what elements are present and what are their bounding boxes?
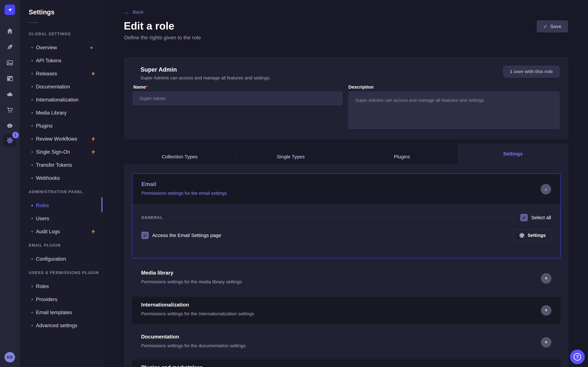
name-field-label: Name* [133,84,147,90]
bullet [31,177,33,179]
subnav-item-webhooks[interactable]: Webhooks [20,172,103,185]
subnav-item-api-tokens[interactable]: API Tokens [20,54,103,67]
notification-badge: 1 [12,132,19,138]
tab-collection-types[interactable]: Collection Types [124,149,235,164]
subnav-item-documentation[interactable]: Documentation [20,80,103,93]
lightning-icon [90,149,96,155]
expand-chevron-button[interactable]: ▼ [541,337,551,348]
back-label: Back [133,9,144,15]
subnav-item-overview[interactable]: Overview [20,41,103,54]
permission-checkbox[interactable]: ✓ [141,232,149,239]
content-type-builder-icon[interactable] [5,74,14,83]
accordion-plugins-and-marketplace[interactable]: Plugins and marketplace ▼ [132,359,561,367]
description-textarea[interactable] [348,92,559,129]
bullet [31,47,33,49]
tab-settings[interactable]: Settings [458,143,569,164]
main-content: ← Back Edit a role Define the rights giv… [103,0,588,367]
general-group-label: GENERAL [141,215,163,220]
lightning-icon [90,136,96,142]
role-title: Super Admin [140,66,177,73]
name-input[interactable] [133,92,342,105]
subnav-item-review-workflows[interactable]: Review Workflows [20,133,103,145]
section-header-global-settings: GLOBAL SETTINGS [20,27,103,41]
rail-divider-bottom [0,348,19,348]
permission-settings-button[interactable]: Settings [513,230,551,241]
accordion-email: Email Permissions settings for the email… [132,173,561,258]
subnav-item-releases[interactable]: Releases [20,67,103,80]
notification-dot [90,47,93,49]
strapi-logo[interactable] [5,5,15,15]
subnav-item-up-roles[interactable]: Roles [20,280,103,293]
subnav-item-internationalization[interactable]: Internationalization [20,93,103,106]
bullet [31,151,33,153]
bullet [31,325,33,326]
accordion-media-library[interactable]: Media library Permissions settings for t… [132,265,561,292]
back-arrow-icon: ← [124,9,130,15]
accordion-internationalization[interactable]: Internationalization Permissions setting… [132,297,561,324]
back-link[interactable]: ← Back [124,9,144,15]
bullet [31,205,33,206]
bullet [31,112,33,114]
select-all-label: Select all [531,215,551,220]
subnav-item-transfer-tokens[interactable]: Transfer Tokens [20,158,103,172]
users-with-role-button[interactable]: 1 user with this role [503,66,559,77]
settings-gear-icon[interactable]: 1 [3,134,17,147]
bullet [31,60,33,61]
bullet [31,312,33,313]
subnav-item-providers[interactable]: Providers [20,293,103,306]
subnav-item-admin-users[interactable]: Users [20,212,103,225]
rail-divider [0,21,19,21]
expand-chevron-button[interactable]: ▼ [541,273,551,284]
bullet [31,231,33,233]
media-library-icon[interactable] [5,58,14,67]
select-all-checkbox[interactable]: ✓ [520,214,527,221]
bullet [31,125,33,127]
home-icon[interactable] [5,26,14,35]
info-icon[interactable]: i [5,121,14,130]
subnav-item-audit-logs[interactable]: Audit Logs [20,225,103,238]
subnav-rule [29,22,38,23]
marketplace-cart-icon[interactable] [5,105,14,115]
accordion-documentation[interactable]: Documentation Permissions settings for t… [132,329,561,356]
bullet [31,258,33,260]
accordion-email-subtitle: Permissions settings for the email setti… [141,191,227,196]
general-group-row: GENERAL ✓ Select all [132,214,560,221]
bullet [31,218,33,219]
strapi-logo-icon [7,7,13,13]
lightning-icon [90,71,96,77]
save-button[interactable]: ✓ Save [537,21,568,32]
collapse-chevron-button[interactable]: ▲ [541,184,551,194]
bullet [31,138,33,140]
subnav-item-single-sign-on[interactable]: Single Sign-On [20,145,103,158]
question-mark-icon: ? [574,353,581,361]
subnav-item-email-templates[interactable]: Email templates [20,306,103,319]
accordion-email-header[interactable]: Email Permissions settings for the email… [132,174,560,205]
main-nav-rail: i 1 KD [0,0,20,367]
role-card: Super Admin Super Admins can access and … [124,57,568,140]
accordion-email-title: Email [141,181,156,187]
subnav-item-configuration[interactable]: Configuration [20,252,103,266]
bullet [31,86,33,88]
page-subtitle: Define the rights given to the role [124,34,201,41]
bullet [31,286,33,287]
section-header-users-permissions-plugin: USERS & PERMISSIONS PLUGIN [20,266,103,280]
description-field-label: Description [348,84,373,90]
user-avatar[interactable]: KD [5,352,15,362]
help-button[interactable]: ? [570,350,585,364]
cloud-icon[interactable] [5,90,14,99]
content-manager-icon[interactable] [5,42,14,52]
section-header-email-plugin: EMAIL PLUGIN [20,238,103,252]
subnav-item-admin-roles[interactable]: Roles [20,199,103,212]
subnav-item-media-library[interactable]: Media Library [20,106,103,119]
tab-single-types[interactable]: Single Types [235,149,346,164]
page-title: Edit a role [124,20,174,32]
active-item-indicator [101,197,102,212]
subnav-item-plugins[interactable]: Plugins [20,119,103,133]
save-label: Save [550,24,561,29]
subnav-item-advanced-settings[interactable]: Advanced settings [20,319,103,332]
lightning-icon [90,229,96,234]
permissions-tabs: Collection Types Single Types Plugins Se… [124,143,568,164]
svg-text:i: i [9,124,10,128]
tab-plugins[interactable]: Plugins [346,149,458,164]
expand-chevron-button[interactable]: ▼ [541,305,551,316]
